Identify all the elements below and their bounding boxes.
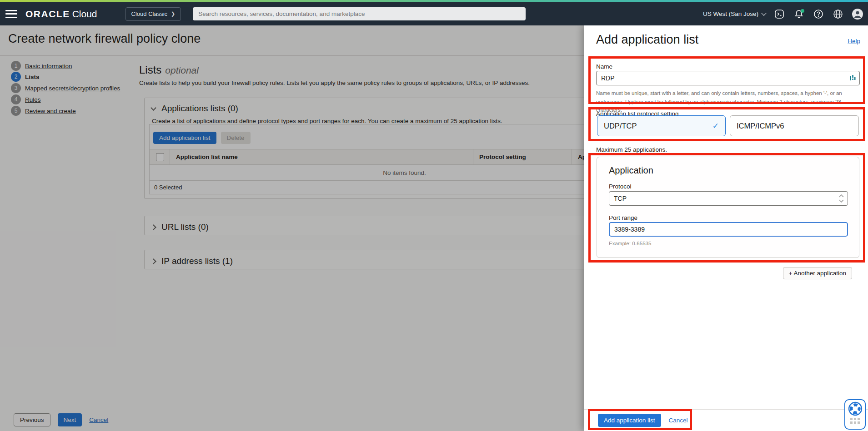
name-input[interactable] — [596, 71, 860, 85]
port-range-example: Example: 0-65535 — [609, 241, 651, 246]
cloud-classic-label: Cloud Classic — [131, 10, 167, 17]
application-card: Application Protocol TCP Port range Exam… — [597, 157, 859, 258]
option-label: UDP/TCP — [604, 122, 637, 130]
brand-word-cloud: Cloud — [72, 9, 97, 19]
region-selector[interactable]: US West (San Jose) — [703, 10, 766, 17]
panel-header-divider — [584, 52, 868, 52]
panel-cancel-link[interactable]: Cancel — [669, 417, 688, 424]
cloud-classic-button[interactable]: Cloud Classic ❯ — [125, 7, 181, 21]
global-search-input[interactable] — [193, 7, 526, 20]
topbar-actions: US West (San Jose) — [703, 2, 863, 25]
max-applications-note: Maximum 25 applications. — [596, 146, 667, 153]
name-label: Name — [596, 63, 612, 70]
notification-status-dot — [801, 9, 804, 13]
region-label: US West (San Jose) — [703, 10, 758, 17]
drag-handle-dots[interactable] — [850, 418, 860, 424]
panel-add-application-list-button[interactable]: Add application list — [598, 414, 661, 427]
checkmark-icon: ✓ — [712, 121, 719, 131]
oracle-cloud-logo[interactable]: ORACLECloud — [25, 9, 97, 20]
protocol-selected-value: TCP — [614, 195, 627, 202]
panel-footer: Add application list Cancel — [584, 409, 868, 431]
profile-avatar[interactable] — [852, 8, 863, 20]
language-globe-icon[interactable] — [832, 8, 844, 20]
notifications-bell-icon[interactable] — [793, 8, 805, 20]
modal-dim-overlay — [0, 25, 584, 431]
add-application-list-panel: Add application list Help Name Name must… — [584, 25, 868, 431]
option-udp-tcp[interactable]: UDP/TCP ✓ — [597, 115, 726, 136]
cloud-shell-icon[interactable] — [773, 8, 785, 20]
panel-title: Add application list — [596, 33, 698, 47]
chevron-down-icon — [761, 10, 766, 15]
protocol-select[interactable]: TCP — [609, 191, 848, 206]
support-assistant-widget[interactable] — [844, 399, 866, 430]
another-application-button[interactable]: + Another application — [783, 267, 852, 279]
top-navigation-bar: ORACLECloud Cloud Classic ❯ US West (San… — [0, 2, 868, 25]
hamburger-menu-icon[interactable] — [5, 10, 17, 18]
port-range-label: Port range — [609, 214, 637, 221]
port-range-input[interactable] — [609, 222, 848, 237]
input-validation-icon — [849, 74, 856, 82]
application-card-title: Application — [609, 165, 653, 176]
option-icmp-icmpv6[interactable]: ICMP/ICMPv6 — [730, 115, 859, 136]
help-link[interactable]: Help — [848, 38, 860, 45]
chevron-right-icon: ❯ — [171, 11, 175, 17]
select-stepper-icon[interactable] — [840, 195, 843, 202]
screen: ORACLECloud Cloud Classic ❯ US West (San… — [0, 0, 868, 431]
lifebuoy-icon[interactable] — [848, 401, 863, 416]
help-icon[interactable] — [813, 8, 824, 20]
option-label: ICMP/ICMPv6 — [737, 122, 784, 130]
brand-word-oracle: ORACLE — [25, 9, 70, 19]
protocol-label: Protocol — [609, 183, 632, 190]
